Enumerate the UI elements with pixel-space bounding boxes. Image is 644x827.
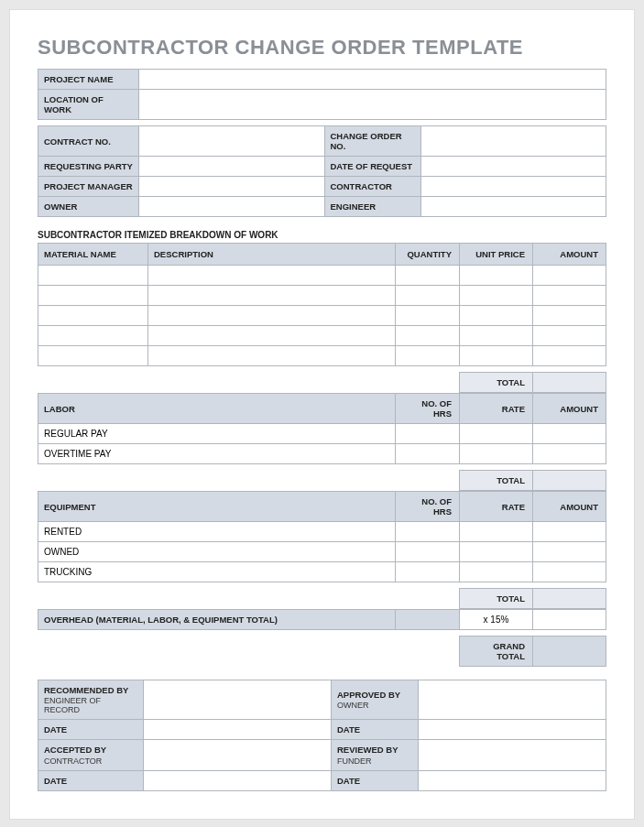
unit-price-cell[interactable] — [460, 266, 533, 286]
quantity-cell[interactable] — [396, 306, 460, 326]
date-field-2[interactable] — [419, 720, 606, 740]
quantity-cell[interactable] — [396, 326, 460, 346]
hrs-cell[interactable] — [396, 424, 460, 444]
date-label-3: DATE — [38, 770, 144, 790]
amount-cell[interactable] — [533, 562, 606, 582]
recommended-by-field[interactable] — [144, 680, 332, 720]
description-cell[interactable] — [148, 306, 396, 326]
description-cell[interactable] — [148, 286, 396, 306]
date-field-3[interactable] — [144, 770, 332, 790]
overhead-blank — [396, 610, 460, 630]
table-row: TRUCKING — [38, 562, 606, 582]
project-info-table-1: PROJECT NAME LOCATION OF WORK — [38, 69, 606, 120]
table-row — [38, 346, 606, 366]
quantity-cell[interactable] — [396, 266, 460, 286]
unit-price-cell[interactable] — [460, 326, 533, 346]
date-label-4: DATE — [332, 770, 419, 790]
hrs-cell[interactable] — [396, 444, 460, 464]
contractor-field[interactable] — [420, 177, 606, 197]
accepted-by-field[interactable] — [144, 740, 332, 770]
rate-cell[interactable] — [460, 542, 533, 562]
material-total-label: TOTAL — [460, 373, 533, 393]
contract-no-label: CONTRACT NO. — [38, 126, 139, 157]
requesting-party-label: REQUESTING PARTY — [38, 157, 139, 177]
project-name-label: PROJECT NAME — [38, 70, 139, 90]
amount-header: AMOUNT — [533, 244, 606, 266]
overhead-value[interactable] — [533, 610, 606, 630]
rate-cell[interactable] — [460, 424, 533, 444]
amount-header: AMOUNT — [533, 394, 606, 424]
reviewed-by-label: REVIEWED BY FUNDER — [332, 740, 419, 770]
location-of-work-field[interactable] — [139, 90, 606, 120]
amount-header: AMOUNT — [533, 492, 606, 522]
labor-total-value — [533, 471, 606, 491]
hrs-cell[interactable] — [396, 522, 460, 542]
quantity-cell[interactable] — [396, 286, 460, 306]
table-row: OVERTIME PAY — [38, 444, 606, 464]
labor-header: LABOR — [38, 394, 396, 424]
approved-by-field[interactable] — [419, 680, 606, 720]
amount-cell[interactable] — [533, 424, 606, 444]
hrs-cell[interactable] — [396, 542, 460, 562]
no-of-hrs-header: NO. OF HRS — [396, 394, 460, 424]
labor-name-cell: OVERTIME PAY — [38, 444, 396, 464]
project-manager-label: PROJECT MANAGER — [38, 177, 139, 197]
amount-cell[interactable] — [533, 266, 606, 286]
amount-cell[interactable] — [533, 346, 606, 366]
table-row — [38, 326, 606, 346]
amount-cell[interactable] — [533, 542, 606, 562]
breakdown-section-label: SUBCONTRACTOR ITEMIZED BREAKDOWN OF WORK — [38, 230, 606, 240]
accepted-by-label: ACCEPTED BY CONTRACTOR — [38, 740, 144, 770]
contractor-label: CONTRACTOR — [324, 177, 420, 197]
unit-price-cell[interactable] — [460, 306, 533, 326]
equipment-name-cell: RENTED — [38, 522, 396, 542]
rate-cell[interactable] — [460, 562, 533, 582]
description-cell[interactable] — [148, 346, 396, 366]
unit-price-cell[interactable] — [460, 286, 533, 306]
table-row — [38, 306, 606, 326]
material-name-cell[interactable] — [38, 306, 148, 326]
owner-field[interactable] — [139, 197, 325, 217]
date-field-1[interactable] — [144, 720, 332, 740]
requesting-party-field[interactable] — [139, 157, 325, 177]
material-name-cell[interactable] — [38, 326, 148, 346]
engineer-field[interactable] — [420, 197, 606, 217]
material-total-value — [533, 373, 606, 393]
description-header: DESCRIPTION — [148, 244, 396, 266]
change-order-no-field[interactable] — [420, 126, 606, 157]
amount-cell[interactable] — [533, 444, 606, 464]
equipment-total-value — [533, 589, 606, 609]
table-row: OWNED — [38, 542, 606, 562]
overhead-row: OVERHEAD (MATERIAL, LABOR, & EQUIPMENT T… — [38, 609, 606, 630]
amount-cell[interactable] — [533, 306, 606, 326]
rate-cell[interactable] — [460, 444, 533, 464]
date-field-4[interactable] — [419, 770, 606, 790]
amount-cell[interactable] — [533, 326, 606, 346]
equipment-total-label: TOTAL — [460, 589, 533, 609]
material-name-cell[interactable] — [38, 346, 148, 366]
contract-no-field[interactable] — [139, 126, 325, 157]
project-manager-field[interactable] — [139, 177, 325, 197]
quantity-cell[interactable] — [396, 346, 460, 366]
date-of-request-field[interactable] — [420, 157, 606, 177]
reviewed-by-field[interactable] — [419, 740, 606, 770]
labor-table: LABOR NO. OF HRS RATE AMOUNT REGULAR PAY… — [38, 393, 606, 464]
rate-cell[interactable] — [460, 522, 533, 542]
amount-cell[interactable] — [533, 522, 606, 542]
rate-header: RATE — [460, 394, 533, 424]
material-name-cell[interactable] — [38, 266, 148, 286]
no-of-hrs-header: NO. OF HRS — [396, 492, 460, 522]
amount-cell[interactable] — [533, 286, 606, 306]
overhead-pct: x 15% — [460, 610, 533, 630]
unit-price-cell[interactable] — [460, 346, 533, 366]
project-name-field[interactable] — [139, 70, 606, 90]
change-order-no-label: CHANGE ORDER NO. — [324, 126, 420, 157]
equipment-header: EQUIPMENT — [38, 492, 396, 522]
description-cell[interactable] — [148, 326, 396, 346]
table-row: REGULAR PAY — [38, 424, 606, 444]
table-row: RENTED — [38, 522, 606, 542]
page-title: SUBCONTRACTOR CHANGE ORDER TEMPLATE — [38, 36, 606, 60]
material-name-cell[interactable] — [38, 286, 148, 306]
description-cell[interactable] — [148, 266, 396, 286]
hrs-cell[interactable] — [396, 562, 460, 582]
